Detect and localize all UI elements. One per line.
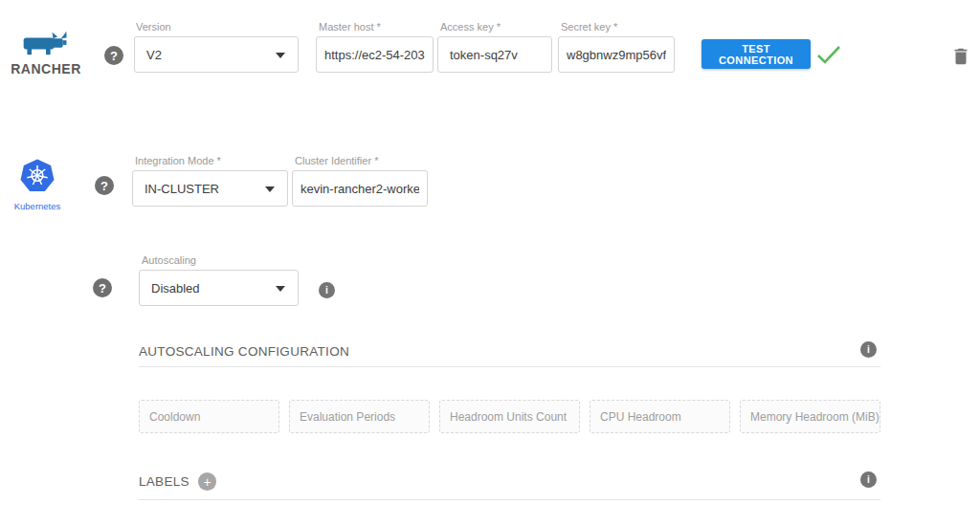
cluster-identifier-label: Cluster Identifier * [295, 155, 378, 166]
kubernetes-logo-text: Kubernetes [8, 201, 67, 211]
labels-info-icon[interactable]: i [860, 471, 877, 488]
master-host-value: https://ec2-54-203-6 [324, 48, 425, 62]
rancher-help-icon[interactable]: ? [104, 46, 123, 65]
access-key-input[interactable]: token-sq27v [437, 36, 552, 73]
connection-success-check-icon [816, 44, 841, 65]
cluster-identifier-value: kevin-rancher2-workers [301, 182, 419, 196]
secret-key-input[interactable]: w8gbnwz9mp56vf2 [558, 36, 675, 73]
add-label-button[interactable]: + [198, 472, 216, 491]
rancher-bull-icon [21, 30, 71, 56]
chevron-down-icon [276, 53, 285, 58]
secret-key-label: Secret key * [561, 21, 617, 33]
autoscaling-label: Autoscaling [142, 254, 196, 266]
master-host-label: Master host * [319, 21, 381, 33]
kubernetes-logo: Kubernetes [8, 159, 67, 211]
integration-mode-label: Integration Mode * [135, 155, 221, 166]
rancher-logo: RANCHER [10, 30, 82, 77]
cpu-headroom-field: CPU Headroom [590, 400, 730, 433]
cluster-identifier-input[interactable]: kevin-rancher2-workers [292, 170, 428, 207]
evaluation-periods-field: Evaluation Periods [289, 400, 430, 433]
memory-headroom-field: Memory Headroom (MiB) [740, 400, 880, 433]
autoscaling-select[interactable]: Disabled [139, 270, 299, 306]
master-host-input[interactable]: https://ec2-54-203-6 [316, 36, 434, 73]
autoscaling-value: Disabled [147, 281, 200, 296]
kubernetes-help-icon[interactable]: ? [95, 176, 114, 195]
access-key-label: Access key * [440, 21, 501, 33]
chevron-down-icon [276, 286, 285, 292]
secret-key-value: w8gbnwz9mp56vf2 [567, 48, 666, 62]
labels-divider [139, 499, 880, 500]
labels-header: LABELS [139, 474, 189, 489]
version-label: Version [136, 21, 171, 33]
rancher-logo-text: RANCHER [10, 61, 82, 77]
autoscaling-config-info-icon[interactable]: i [860, 341, 877, 358]
autoscaling-config-divider [139, 366, 880, 367]
chevron-down-icon [265, 186, 275, 192]
version-select[interactable]: V2 [134, 36, 299, 73]
integration-settings-page: RANCHER ? Version V2 Master host * https… [0, 0, 980, 526]
autoscaling-help-icon[interactable]: ? [93, 278, 112, 297]
headroom-units-count-field: Headroom Units Count [439, 400, 580, 433]
cooldown-field: Cooldown [139, 400, 279, 433]
test-connection-button[interactable]: TEST CONNECTION [702, 39, 811, 69]
kubernetes-helm-icon [19, 159, 56, 195]
autoscaling-config-header: AUTOSCALING CONFIGURATION [139, 344, 349, 359]
integration-mode-select[interactable]: IN-CLUSTER [132, 170, 288, 207]
integration-mode-value: IN-CLUSTER [141, 182, 219, 196]
autoscaling-info-icon[interactable]: i [319, 282, 335, 298]
access-key-value: token-sq27v [446, 48, 518, 62]
delete-trash-icon[interactable] [950, 44, 971, 69]
version-value: V2 [143, 48, 162, 62]
